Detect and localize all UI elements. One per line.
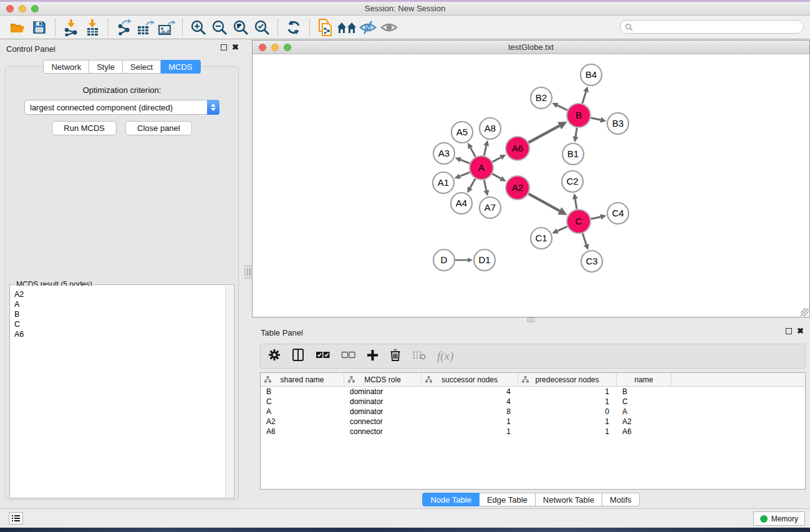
graph-edge-A-A2[interactable] xyxy=(493,174,501,179)
column-header-name[interactable]: name xyxy=(617,373,672,386)
table-cell[interactable]: dominator xyxy=(344,397,422,407)
window-resize-grip[interactable] xyxy=(801,308,809,316)
floppy-save-icon[interactable] xyxy=(29,17,50,37)
task-history-button[interactable] xyxy=(9,512,23,525)
graph-edge-B-B3[interactable] xyxy=(591,118,601,120)
table-cell[interactable]: A6 xyxy=(617,427,672,437)
graph-edge-C-C1[interactable] xyxy=(557,226,567,231)
graph-edge-B-B2[interactable] xyxy=(557,105,567,110)
table-cell[interactable]: C xyxy=(617,397,672,407)
table-cell[interactable]: 1 xyxy=(518,417,617,427)
graph-node-B3[interactable]: B3 xyxy=(607,113,629,134)
graph-node-A6[interactable]: A6 xyxy=(506,137,529,160)
export-table-icon[interactable] xyxy=(135,17,156,37)
table-cell[interactable]: dominator xyxy=(344,407,422,417)
horizontal-split-grip[interactable] xyxy=(527,317,535,322)
table-cell[interactable]: 1 xyxy=(518,387,617,397)
graph-node-A7[interactable]: A7 xyxy=(480,197,501,218)
mcds-result-item[interactable]: A2 xyxy=(14,289,225,299)
graph-node-C4[interactable]: C4 xyxy=(607,203,629,224)
table-cell[interactable]: 4 xyxy=(422,387,518,397)
graph-edge-B-B1[interactable] xyxy=(576,128,577,137)
import-network-icon[interactable] xyxy=(60,17,82,37)
graph-node-D[interactable]: D xyxy=(433,249,455,271)
table-row[interactable]: Cdominator41C xyxy=(261,397,805,407)
graph-edge-A2-C[interactable] xyxy=(529,194,560,211)
table-cell[interactable]: 1 xyxy=(518,427,617,437)
zoom-fit-icon[interactable] xyxy=(230,17,251,37)
trash-icon[interactable] xyxy=(390,349,401,364)
graph-node-C2[interactable]: C2 xyxy=(562,171,583,192)
column-header-shared-name[interactable]: shared name xyxy=(261,373,344,386)
table-row[interactable]: A2connector11A2 xyxy=(261,417,805,427)
graph-edge-C-C2[interactable] xyxy=(575,199,577,209)
table-cell[interactable]: 1 xyxy=(422,417,518,427)
graph-edge-A-A6[interactable] xyxy=(493,157,501,162)
mcds-result-item[interactable]: B xyxy=(14,309,225,319)
mcds-list-scrollbar[interactable] xyxy=(225,286,233,497)
graph-edge-A-A3[interactable] xyxy=(460,160,470,163)
graph-edge-A-A1[interactable] xyxy=(460,172,470,176)
export-network-icon[interactable] xyxy=(113,17,135,37)
plus-icon[interactable] xyxy=(367,349,378,364)
graph-node-C3[interactable]: C3 xyxy=(581,251,602,272)
mcds-result-item[interactable]: A6 xyxy=(14,329,225,339)
table-cell[interactable]: C xyxy=(261,397,344,407)
graph-edge-B-B4[interactable] xyxy=(582,92,586,104)
graph-edge-A-A8[interactable] xyxy=(484,146,486,156)
float-panel-icon[interactable] xyxy=(786,328,792,334)
table-row[interactable]: A6connector11A6 xyxy=(261,427,805,437)
table-cell[interactable]: 0 xyxy=(518,407,617,417)
graph-node-A[interactable]: A xyxy=(470,156,493,180)
tab-node-table[interactable]: Node Table xyxy=(422,493,480,506)
graph-edge-A-A5[interactable] xyxy=(471,148,476,157)
criterion-select[interactable]: largest connected component (directed) xyxy=(24,100,219,115)
function-builder-icon[interactable]: f(x) xyxy=(437,349,453,363)
deselect-all-checkboxes-icon[interactable] xyxy=(341,351,355,362)
table-cell[interactable]: connector xyxy=(344,417,422,427)
memory-button[interactable]: Memory xyxy=(753,511,805,526)
graph-node-A5[interactable]: A5 xyxy=(451,122,473,143)
close-panel-icon[interactable]: ✖ xyxy=(232,44,239,51)
table-cell[interactable]: A xyxy=(261,407,344,417)
graph-node-A3[interactable]: A3 xyxy=(433,143,455,164)
export-image-icon[interactable] xyxy=(156,17,177,37)
tab-mcds[interactable]: MCDS xyxy=(161,60,200,74)
table-cell[interactable]: 4 xyxy=(422,397,518,407)
table-cell[interactable]: A2 xyxy=(261,417,344,427)
column-header-MCDS-role[interactable]: MCDS role xyxy=(344,373,422,386)
delete-table-icon[interactable] xyxy=(412,350,426,362)
graph-node-A8[interactable]: A8 xyxy=(480,118,501,139)
graph-node-A4[interactable]: A4 xyxy=(451,193,472,214)
gear-icon[interactable] xyxy=(268,349,281,364)
tab-network-table[interactable]: Network Table xyxy=(536,493,602,506)
graph-node-A2[interactable]: A2 xyxy=(506,176,529,200)
table-cell[interactable]: A xyxy=(617,407,672,417)
table-cell[interactable]: 1 xyxy=(422,427,518,437)
graph-edge-C-C3[interactable] xyxy=(582,233,586,244)
zoom-selected-icon[interactable] xyxy=(251,17,272,37)
import-table-icon[interactable] xyxy=(82,17,103,37)
run-mcds-button[interactable]: Run MCDS xyxy=(52,121,117,135)
refresh-arrows-icon[interactable] xyxy=(283,17,304,37)
table-cell[interactable]: A6 xyxy=(261,427,344,437)
search-input[interactable] xyxy=(635,22,803,31)
graph-edge-A-A7[interactable] xyxy=(484,180,486,191)
float-panel-icon[interactable] xyxy=(221,44,227,51)
graph-node-D1[interactable]: D1 xyxy=(474,249,495,271)
table-cell[interactable]: 8 xyxy=(422,407,518,417)
tab-select[interactable]: Select xyxy=(123,60,161,74)
network-canvas[interactable]: B4B2BB3A8A5A6A3B1AC2A1A2A4A7C4CC1C3DD1 xyxy=(253,55,809,317)
graph-node-B[interactable]: B xyxy=(567,104,591,127)
table-cell[interactable]: B xyxy=(261,387,344,397)
eye-slash-icon[interactable] xyxy=(357,17,378,37)
graph-node-B4[interactable]: B4 xyxy=(581,64,602,85)
tab-network[interactable]: Network xyxy=(43,60,89,74)
table-row[interactable]: Adominator80A xyxy=(261,407,805,417)
graph-node-A1[interactable]: A1 xyxy=(433,172,454,193)
graph-edge-A6-B[interactable] xyxy=(529,126,560,143)
graph-edge-A-A4[interactable] xyxy=(470,178,475,188)
table-cell[interactable]: dominator xyxy=(344,387,422,397)
graph-node-C[interactable]: C xyxy=(567,210,591,233)
folder-open-icon[interactable] xyxy=(7,17,29,37)
